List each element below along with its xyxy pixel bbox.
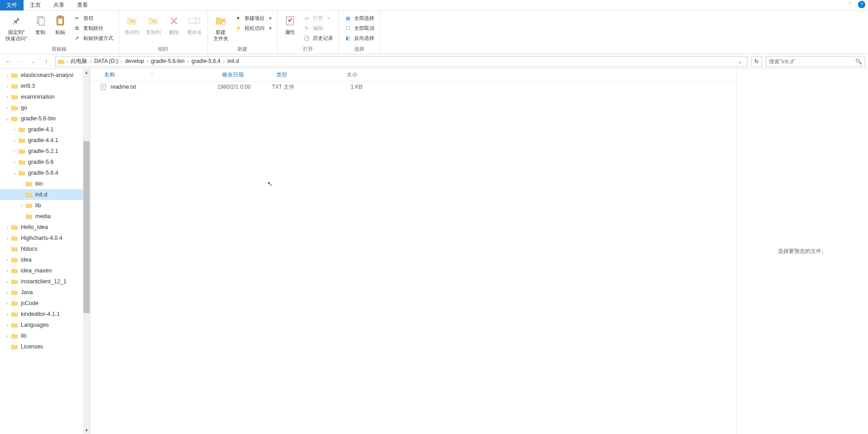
new-item-button[interactable]: ✦新建项目▾ [232,14,275,23]
tree-item[interactable]: ›gradle-4.4.1 [0,135,83,146]
cut-button[interactable]: ✂剪切 [71,14,116,23]
select-none-button[interactable]: ☐全部取消 [342,24,377,33]
copy-path-button[interactable]: ⧉复制路径 [71,24,116,33]
search-box[interactable]: 🔍 [766,56,865,67]
expand-icon[interactable]: › [4,236,11,241]
breadcrumb-item[interactable]: gradle-5.6-bin [148,58,187,64]
scroll-thumb[interactable] [83,141,90,313]
tree-item[interactable]: ›idea_maven [0,265,83,276]
expand-icon[interactable]: › [4,84,11,89]
search-icon[interactable]: 🔍 [855,58,862,65]
expand-icon[interactable]: › [4,268,11,273]
tree-item[interactable]: ⌄gradle-5.6.4 [0,167,83,178]
pin-quick-access-button[interactable]: 固定到" 快速访问" [3,12,30,42]
expand-icon[interactable]: › [4,95,11,100]
expand-icon[interactable]: › [11,138,18,143]
breadcrumb-item[interactable]: init.d [225,58,241,64]
nav-up-button[interactable]: ↑ [41,56,52,67]
tab-home[interactable]: 主页 [24,0,47,10]
tree-item[interactable]: ›go [0,102,83,113]
tab-share[interactable]: 共享 [47,0,71,10]
copy-button[interactable]: 复制 [31,12,50,35]
expand-icon[interactable]: › [4,334,11,339]
tree-item[interactable]: ›gradle-5.2.1 [0,146,83,157]
new-folder-button[interactable]: 新建 文件夹 [211,12,231,42]
tree-item[interactable]: ›jsCode [0,298,83,309]
tree-item[interactable]: Licenses [0,341,83,352]
tree-item[interactable]: ›elasticsearch-analysi [0,70,83,81]
address-dropdown[interactable]: ⌄ [735,58,745,65]
refresh-button[interactable]: ↻ [751,56,762,67]
tree-item[interactable]: ›instantclient_12_1 [0,276,83,287]
nav-history-dropdown[interactable]: ⌄ [28,56,39,67]
breadcrumb-item[interactable]: 此电脑 [68,58,90,64]
file-row[interactable]: readme.txt1980/2/1 0:00TXT 文件1 KB [91,81,736,92]
expand-icon[interactable]: › [4,73,11,78]
tree-item-label: gradle-5.6-bin [21,115,56,122]
tree-item[interactable]: ›lib [0,330,83,341]
select-all-button[interactable]: ▦全部选择 [342,14,377,23]
history-button[interactable]: 🕑历史记录 [300,33,336,43]
edit-button[interactable]: ✎编辑 [300,24,336,33]
expand-icon[interactable]: › [4,312,11,317]
properties-button[interactable]: 属性 [280,12,299,35]
tree-item[interactable]: ›Highcharts-4.0.4 [0,233,83,243]
easy-access-button[interactable]: ⚡轻松访问▾ [232,24,275,33]
expand-icon[interactable]: › [11,149,18,154]
tree-item[interactable]: ›Languages [0,320,83,330]
collapse-icon[interactable]: ⌄ [4,116,11,121]
delete-button[interactable]: 删除 [164,12,183,35]
expand-icon[interactable]: › [11,127,18,132]
nav-forward-button[interactable]: → [15,56,26,67]
tree-item[interactable]: htdocs [0,243,83,254]
tab-file[interactable]: 文件 [0,0,24,10]
tree-item[interactable]: ›lib [0,200,83,211]
tree-item[interactable]: ›erl9.3 [0,81,83,91]
breadcrumb-item[interactable]: DATA (D:) [92,58,121,64]
rename-button[interactable]: 重命名 [184,12,205,35]
address-bar[interactable]: › 此电脑›DATA (D:)›develop›gradle-5.6-bin›g… [55,56,747,67]
tree-item[interactable]: init.d [0,189,83,200]
breadcrumb-item[interactable]: gradle-5.6.4 [189,58,223,64]
expand-icon[interactable]: › [4,105,11,110]
tree-item[interactable]: bin [0,178,83,189]
expand-icon[interactable]: › [4,258,11,262]
copy-to-button[interactable]: 复制到 [143,12,164,35]
paste-button[interactable]: 粘贴 [51,12,70,35]
scroll-up-icon[interactable]: ▲ [83,69,90,76]
nav-back-button[interactable]: ← [3,56,14,67]
tree-item[interactable]: ⌄gradle-5.6-bin [0,113,83,124]
tree-item[interactable]: ›Hello_Idea [0,222,83,233]
expand-icon[interactable]: › [4,290,11,295]
column-size[interactable]: 大小 [326,71,362,79]
expand-icon[interactable]: › [4,279,11,284]
tree-item[interactable]: ›gradle-5.6 [0,157,83,167]
minimize-ribbon-icon[interactable]: ˇ [846,1,854,9]
tree-item[interactable]: ›kindeditor-4.1.1 [0,309,83,320]
paste-shortcut-button[interactable]: ↗粘贴快捷方式 [71,33,116,43]
column-date[interactable]: 修改日期 [217,71,272,79]
open-button[interactable]: ▭打开▾ [300,14,336,23]
tab-view[interactable]: 查看 [71,0,94,10]
tree-item[interactable]: media [0,211,83,222]
collapse-icon[interactable]: ⌄ [11,171,18,176]
tree-item[interactable]: ›idea [0,254,83,265]
search-input[interactable] [769,58,855,65]
scroll-down-icon[interactable]: ▼ [83,427,90,434]
tree-item[interactable]: ›examnination [0,91,83,102]
tree-item[interactable]: ›Java [0,287,83,298]
tree-item[interactable]: ›gradle-4.1 [0,124,83,135]
expand-icon[interactable]: › [4,323,11,328]
column-name[interactable]: 名称ˆ [100,71,217,79]
column-type[interactable]: 类型 [272,71,326,79]
help-icon[interactable]: ? [858,1,865,8]
breadcrumb-item[interactable]: develop [122,58,147,64]
invert-selection-button[interactable]: ◧反向选择 [342,33,377,43]
move-to-button[interactable]: 移动到 [122,12,142,35]
expand-icon[interactable]: › [18,203,25,208]
tree-scrollbar[interactable]: ▲ ▼ [83,69,90,434]
expand-icon[interactable]: › [4,225,11,230]
expand-icon[interactable]: › [4,301,11,306]
expand-icon[interactable]: › [11,160,18,165]
file-rows[interactable]: readme.txt1980/2/1 0:00TXT 文件1 KB ↖ [91,81,736,434]
